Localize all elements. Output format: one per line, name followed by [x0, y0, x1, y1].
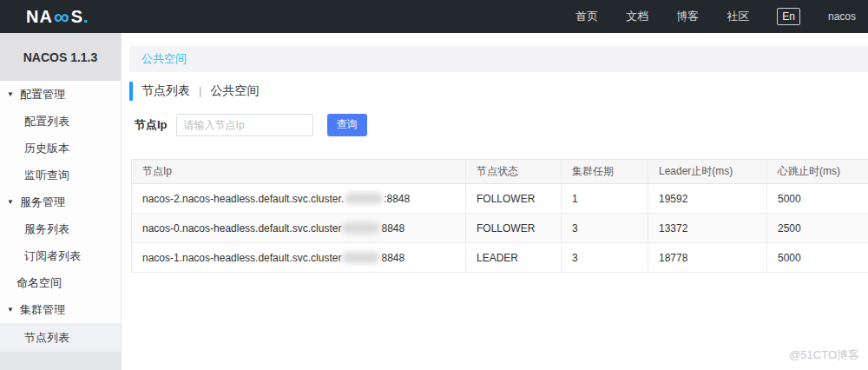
sidebar-menu-item-label: 订阅者列表	[24, 248, 81, 264]
top-nav-link[interactable]: 首页	[575, 9, 598, 24]
namespace-bar: 公共空间	[129, 46, 868, 72]
sidebar-menu-item-label: 服务列表	[24, 221, 69, 237]
node-status-cell: FOLLOWER	[466, 184, 562, 213]
sidebar-menu-item-label: 配置列表	[24, 114, 69, 129]
top-nav-link[interactable]: 社区	[727, 9, 749, 24]
node-ip-prefix: nacos-1.nacos-headless.default.svc.clust…	[142, 252, 341, 264]
sidebar-menu-item[interactable]: ▼ 服务列表	[0, 215, 121, 242]
chevron-down-icon: ▼	[7, 90, 16, 98]
node-ip-input[interactable]	[176, 114, 313, 136]
logo-text-prefix: NA	[26, 7, 53, 27]
table-header-cell: 节点Ip	[132, 160, 466, 183]
node-ip-cell: nacos-0.nacos-headless.default.svc.clust…	[132, 214, 466, 242]
sidebar-menu-item[interactable]: ▼ 监听查询	[0, 162, 121, 188]
sidebar-version-header: NACOS 1.1.3	[0, 33, 121, 81]
cluster-term-cell: 3	[562, 214, 648, 242]
chevron-down-icon: ▼	[7, 306, 16, 314]
cluster-term-cell: 1	[562, 184, 648, 213]
query-button[interactable]: 查询	[327, 114, 367, 136]
sidebar-menu-item[interactable]: ▼ 服务管理	[0, 188, 121, 215]
topbar: NA ∞ S . 首页 文档 博客 社区 En nacos	[0, 0, 868, 33]
sidebar-menu-item-label: 命名空间	[16, 275, 62, 291]
nacos-logo[interactable]: NA ∞ S .	[26, 7, 89, 27]
table-header-cell: 节点状态	[466, 160, 562, 183]
node-ip-cell: nacos-1.nacos-headless.default.svc.clust…	[132, 243, 466, 272]
table-header-row: 节点Ip 节点状态 集群任期 Leader止时(ms) 心跳止时(ms)	[132, 160, 868, 184]
sidebar-menu-item-label: 历史版本	[24, 141, 69, 156]
sidebar-menu-item-label: 配置管理	[20, 87, 65, 102]
heartbeat-due-cell: 5000	[767, 184, 868, 213]
logo-text-suffix: S	[71, 7, 83, 27]
search-form: 节点Ip 查询	[135, 113, 868, 136]
logo-dot: .	[83, 7, 89, 27]
heartbeat-due-cell: 5000	[767, 243, 868, 272]
sidebar-menu-item[interactable]: ▼ 历史版本	[0, 135, 121, 162]
table-header-cell: 心跳止时(ms)	[767, 160, 868, 183]
sidebar-menu-item[interactable]: ▼ 配置列表	[0, 108, 121, 135]
node-status-cell: FOLLOWER	[466, 214, 562, 242]
redacted-blur	[342, 222, 380, 234]
page-title: 节点列表	[141, 83, 190, 99]
node-ip-label: 节点Ip	[135, 117, 168, 133]
watermark: @51CTO博客	[789, 347, 859, 363]
node-ip-prefix: nacos-2.nacos-headless.default.svc.clust…	[142, 193, 344, 205]
table-header-cell: Leader止时(ms)	[648, 160, 767, 183]
sidebar-menu-item[interactable]: ▼ 集群管理	[0, 296, 121, 323]
sidebar: NACOS 1.1.3 ▼ 配置管理 ▼ 配置列表 ▼ 历史版本 ▼ 监听查询	[0, 33, 122, 370]
sidebar-menu-item-label: 集群管理	[20, 302, 65, 318]
namespace-tab-public[interactable]: 公共空间	[141, 51, 187, 67]
sidebar-menu: ▼ 配置管理 ▼ 配置列表 ▼ 历史版本 ▼ 监听查询 ▼ 服务管理	[0, 81, 121, 352]
table-row[interactable]: nacos-2.nacos-headless.default.svc.clust…	[132, 184, 868, 214]
sidebar-menu-item-label: 节点列表	[24, 330, 69, 346]
table-row[interactable]: nacos-1.nacos-headless.default.svc.clust…	[132, 243, 868, 273]
sidebar-menu-item-label: 服务管理	[20, 195, 65, 210]
leader-due-cell: 13372	[648, 214, 767, 242]
top-nav-links: 首页 文档 博客 社区	[575, 9, 749, 24]
page-title-namespace: 公共空间	[210, 83, 259, 99]
top-navigation: 首页 文档 博客 社区 En nacos	[575, 8, 868, 25]
leader-due-cell: 18778	[648, 243, 767, 272]
node-status-cell: LEADER	[466, 243, 562, 272]
heartbeat-due-cell: 2500	[767, 214, 868, 242]
table-body: nacos-2.nacos-headless.default.svc.clust…	[132, 184, 868, 273]
logged-in-username[interactable]: nacos	[828, 10, 856, 23]
top-nav-link[interactable]: 文档	[626, 9, 648, 24]
redacted-blur	[342, 252, 380, 263]
table-row[interactable]: nacos-0.nacos-headless.default.svc.clust…	[132, 214, 868, 243]
title-separator: |	[199, 84, 201, 97]
node-list-table: 节点Ip 节点状态 集群任期 Leader止时(ms) 心跳止时(ms) nac…	[131, 159, 868, 273]
node-ip-prefix: nacos-0.nacos-headless.default.svc.clust…	[142, 222, 341, 235]
page-title-row: 节点列表 | 公共空间	[129, 81, 868, 101]
sidebar-menu-item[interactable]: ▼ 配置管理	[0, 81, 121, 108]
sidebar-menu-item[interactable]: ▼ 节点列表	[0, 323, 121, 352]
cluster-term-cell: 3	[562, 243, 648, 272]
node-ip-cell: nacos-2.nacos-headless.default.svc.clust…	[132, 184, 466, 213]
language-toggle[interactable]: En	[777, 8, 800, 25]
node-ip-suffix: :8848	[384, 193, 410, 205]
node-ip-suffix: 8848	[381, 222, 404, 235]
leader-due-cell: 19592	[648, 184, 767, 213]
top-nav-link[interactable]: 博客	[676, 9, 699, 24]
chevron-down-icon: ▼	[7, 198, 16, 206]
table-header-cell: 集群任期	[562, 160, 648, 183]
title-accent-bar	[129, 82, 133, 101]
infinity-icon: ∞	[54, 8, 70, 25]
sidebar-menu-item[interactable]: ▼ 命名空间	[0, 269, 121, 296]
main-content: 公共空间 节点列表 | 公共空间 节点Ip 查询 节点Ip 节点状态 集群任期 …	[122, 33, 868, 370]
redacted-blur	[345, 193, 383, 204]
sidebar-menu-item-label: 监听查询	[24, 168, 69, 183]
node-ip-suffix: 8848	[381, 252, 404, 264]
sidebar-menu-item[interactable]: ▼ 订阅者列表	[0, 242, 121, 269]
